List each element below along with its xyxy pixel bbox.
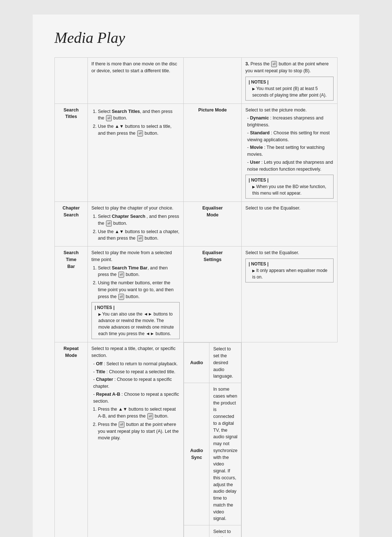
equaliser-mode-label: EqualiserMode [184,202,242,247]
repeat-steps: Press the ▲▼ buttons to select repeat A-… [98,406,180,442]
notes-label3: | NOTES | [95,304,176,311]
audio-sync-label: Audio Sync [184,383,209,525]
step3-text: 3. Press the ⏎ button at the point where… [245,61,334,74]
equaliser-mode-text: Select to use the Equaliser. [245,205,334,212]
repeat-title: Title : Choose to repeat a selected titl… [93,369,180,375]
step2: Use the ▲▼ buttons to select a title, an… [98,123,180,137]
empty-right-label [184,58,242,104]
repeat-dash-list: Off : Select to return to normal playbac… [93,361,180,405]
notes-item3: You can also use the ◄► buttons to advan… [98,311,176,337]
search-time-step1: Select Search Time Bar, and then press t… [98,265,180,278]
subtitle-intro: Select to set the desired subtitle langu… [213,528,237,537]
picture-dynamic: Dynamic : Increases sharpness and bright… [247,115,334,129]
chapter-search-row: ChapterSearch Select to play the chapter… [55,202,338,247]
audio-row: Audio Select to set the desired audio la… [184,343,241,383]
btn5: ⏎ [118,272,124,278]
search-time-intro: Select to play the movie from a selected… [91,249,180,263]
picture-mode-intro: Select to set the picture mode. [245,107,334,114]
notes-item2: When you use the BD wise function, this … [252,183,330,196]
search-titles-row: Search Titles Select Search Titles, and … [55,103,338,202]
chapter-step2: Use the ▲▼ buttons to select a chapter, … [98,228,180,242]
subtitle-label: Subtitle [184,525,209,537]
right-multi-label: Audio Select to set the desired audio la… [184,342,242,537]
picture-standard: Standard : Choose this setting for most … [247,130,334,143]
search-time-row: Search TimeBar Select to play the movie … [55,247,338,342]
search-time-step2: Using the number buttons, enter the time… [98,280,180,300]
search-titles-label: Search Titles [55,103,88,202]
step1: Select Search Titles, and then press the… [98,108,180,122]
step3-content: 3. Press the ⏎ button at the point where… [242,58,338,104]
btn4: ⏎ [137,235,143,241]
repeat-ab: Repeat A-B : Choose to repeat a specific… [93,391,180,405]
chapter-search-label: ChapterSearch [55,202,88,247]
equaliser-settings-intro: Select to set the Equaliser. [245,249,334,256]
intro-text: If there is more than one movie on the d… [91,61,177,73]
repeat-off: Off : Select to return to normal playbac… [93,361,180,367]
btn1: ⏎ [106,115,112,121]
picture-mode-label: Picture Mode [184,103,242,202]
subtitle-content: Select to set the desired subtitle langu… [209,525,241,537]
chapter-step1: Select Chapter Search , and then press t… [98,213,180,227]
audio-label: Audio [184,343,209,383]
audio-text: Select to set the desired audio language… [213,346,237,380]
repeat-step2: Press the ⏎ button at the point where yo… [98,421,180,442]
btn-icon: ⏎ [271,61,277,67]
search-titles-content: Select Search Titles, and then press the… [87,103,183,202]
right-nested-table: Audio Select to set the desired audio la… [184,342,241,537]
search-time-notes: | NOTES | You can also use the ◄► button… [91,302,180,339]
search-time-content: Select to play the movie from a selected… [87,247,183,342]
step3-num: 3. [245,61,249,66]
repeat-mode-content: Select to repeat a title, chapter, or sp… [87,342,183,537]
repeat-intro: Select to repeat a title, chapter, or sp… [91,345,180,359]
intro-row: If there is more than one movie on the d… [55,58,338,104]
audio-content: Select to set the desired audio language… [209,343,241,383]
search-titles-steps: Select Search Titles, and then press the… [98,108,180,137]
search-time-label: Search TimeBar [55,247,88,342]
chapter-intro: Select to play the chapter of your choic… [91,205,180,212]
main-content-table: If there is more than one movie on the d… [54,57,338,537]
empty-label [55,58,88,104]
picture-user: User : Lets you adjust the sharpness and… [247,159,334,173]
audio-sync-row: Audio Sync In some cases when the produc… [184,383,241,525]
notes-item: You must set point (B) at least 5 second… [252,85,330,98]
equaliser-settings-content: Select to set the Equaliser. | NOTES | I… [242,247,338,342]
btn3: ⏎ [106,220,112,227]
equaliser-settings-notes: | NOTES | It only appears when equaliser… [245,259,334,282]
audio-sync-content: In some cases when the product is connec… [209,383,241,525]
equaliser-mode-content: Select to use the Equaliser. [242,202,338,247]
btn8: ⏎ [119,422,124,428]
repeat-chapter: Chapter : Choose to repeat a specific ch… [93,376,180,390]
audio-sync-text: In some cases when the product is connec… [213,386,237,522]
repeat-mode-label: Repeat Mode [55,342,88,537]
btn7: ⏎ [147,413,153,419]
intro-content: If there is more than one movie on the d… [87,58,183,104]
picture-mode-list: Dynamic : Increases sharpness and bright… [247,115,334,172]
picture-movie: Movie : The best setting for watching mo… [247,144,334,158]
picture-notes: | NOTES | When you use the BD wise funct… [245,175,334,199]
subtitle-row: Subtitle Select to set the desired subti… [184,525,241,537]
btn6: ⏎ [118,294,124,300]
notes-label: | NOTES | [249,79,330,85]
notes-label4: | NOTES | [249,261,330,267]
repeat-step1: Press the ▲▼ buttons to select repeat A-… [98,406,180,420]
step3-notes: | NOTES | You must set point (B) at leas… [245,77,334,101]
repeat-mode-row: Repeat Mode Select to repeat a title, ch… [55,342,338,537]
equaliser-settings-label: EqualiserSettings [184,247,242,342]
page: Media Play If there is more than one mov… [33,15,359,537]
chapter-search-content: Select to play the chapter of your choic… [87,202,183,247]
chapter-steps: Select Chapter Search , and then press t… [98,213,180,242]
notes-label2: | NOTES | [249,177,330,183]
search-time-steps: Select Search Time Bar, and then press t… [98,265,180,300]
notes-item4: It only appears when equaliser mode is o… [252,267,330,280]
picture-mode-content: Select to set the picture mode. Dynamic … [242,103,338,202]
btn2: ⏎ [137,130,143,137]
page-title: Media Play [54,29,338,46]
